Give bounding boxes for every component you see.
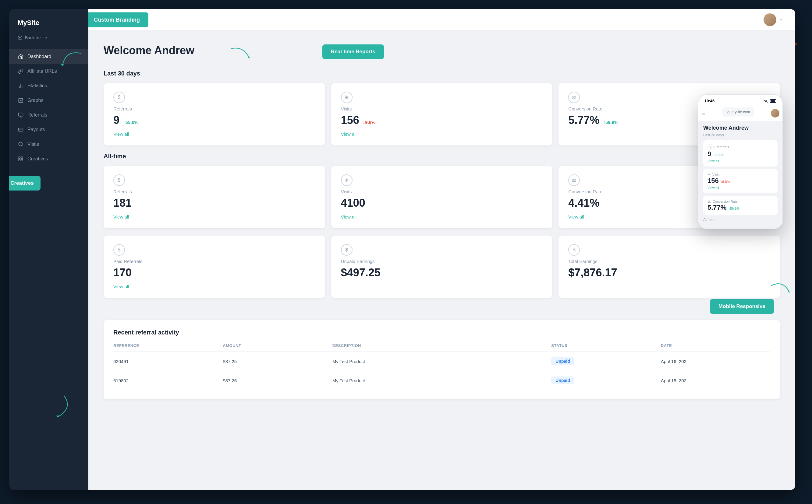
sidebar-item-label: Referrals — [27, 112, 47, 118]
creatives-icon — [18, 156, 24, 162]
view-all-link[interactable]: View all — [113, 131, 129, 137]
mobile-conversion-value: 5.77% — [708, 204, 726, 212]
dashboard-body: Welcome Andrew Real-time Reports Last 30… — [88, 30, 795, 411]
mobile-visits-change: ↓9.8% — [721, 180, 730, 184]
view-all-link[interactable]: View all — [113, 214, 129, 219]
stat-value: 9 — [113, 114, 119, 127]
status-badge: Unpaid — [551, 376, 574, 384]
wifi-icon — [764, 99, 768, 103]
view-all-link[interactable]: View all — [341, 214, 357, 219]
unpaid-earnings-icon: $ — [341, 244, 353, 256]
sidebar-item-statistics[interactable]: Statistics — [9, 79, 88, 93]
sidebar-item-referrals[interactable]: Referrals — [9, 108, 88, 122]
back-label: Back to site — [25, 35, 47, 40]
sidebar-item-dashboard[interactable]: Dashboard — [9, 49, 88, 64]
conversion-stat-icon: ⚖ — [568, 92, 580, 103]
stat-label: Visits — [341, 106, 543, 111]
referrals-icon — [18, 112, 24, 118]
stat-label: Paid Referrals — [113, 259, 315, 264]
recent-activity-title: Recent referral activity — [113, 329, 770, 336]
stat-label: Visits — [341, 189, 543, 194]
view-all-link[interactable]: View all — [568, 214, 584, 219]
home-icon — [18, 54, 24, 60]
stat-value: 170 — [113, 266, 132, 279]
cell-status: Unpaid — [551, 357, 661, 365]
sidebar-item-label: Visits — [27, 142, 39, 147]
svg-rect-15 — [21, 159, 23, 161]
col-description: DESCRIPTION — [332, 343, 551, 348]
cell-reference: 620491 — [113, 359, 223, 364]
mobile-referrals-icon: $ — [708, 144, 714, 150]
back-to-site[interactable]: Back to site — [9, 33, 88, 46]
sidebar-item-visits[interactable]: Visits — [9, 137, 88, 152]
stat-card-unpaid-earnings: $ Unpaid Earnings $497.25 — [331, 236, 553, 298]
realtime-reports-button[interactable]: Real-time Reports — [322, 44, 384, 59]
sidebar-nav: Dashboard Affiliate URLs — [9, 46, 88, 490]
mobile-avatar — [771, 109, 779, 117]
topbar: Custom Branding — [88, 9, 795, 30]
mobile-last30-label: Last 30 days — [703, 133, 778, 137]
svg-rect-14 — [21, 157, 23, 158]
stat-change: ↑59.9% — [603, 120, 618, 125]
sidebar: MySite Back to site Dashboard — [9, 9, 88, 490]
svg-line-12 — [22, 145, 23, 146]
custom-branding-button[interactable]: Custom Branding — [88, 12, 148, 27]
cell-date: April 15, 202 — [661, 378, 770, 383]
sidebar-item-label: Statistics — [27, 83, 47, 89]
mobile-referrals-card: $ Referrals 9 ↑55.6% View all — [703, 140, 778, 166]
sidebar-item-affiliate-urls[interactable]: Affiliate URLs — [9, 64, 88, 79]
cell-status: Unpaid — [551, 376, 661, 384]
graph-icon — [18, 97, 24, 103]
stat-card-last30-visits: ✳ Visits 156 ↓9.8% View all — [331, 83, 553, 145]
stat-card-last30-referrals: $ Referrals 9 ↑55.6% View all — [104, 83, 325, 145]
view-all-link[interactable]: View all — [113, 284, 129, 289]
stat-change: ↑55.6% — [123, 120, 138, 125]
cell-amount: $37.25 — [223, 378, 332, 383]
sidebar-item-creatives[interactable]: Creatives Unlimited Creatives — [9, 152, 88, 166]
stat-label: Referrals — [113, 106, 315, 111]
stat-card-alltime-visits: ✳ Visits 4100 View all — [331, 166, 553, 228]
stat-label: Referrals — [113, 189, 315, 194]
alltime-stats-grid: $ Referrals 181 View all ✳ Visits 4100 V… — [104, 166, 780, 228]
sidebar-item-graphs[interactable]: Graphs — [9, 93, 88, 108]
sidebar-item-label: Affiliate URLs — [27, 68, 57, 74]
mobile-content: Welcome Andrew Last 30 days $ Referrals … — [698, 121, 782, 229]
mobile-welcome-title: Welcome Andrew — [703, 125, 778, 131]
stat-value: $497.25 — [341, 266, 381, 279]
svg-rect-13 — [19, 157, 20, 158]
sidebar-item-payouts[interactable]: Payouts — [9, 122, 88, 137]
stat-value: 4.41% — [568, 197, 599, 209]
mobile-conversion-label: Conversion Rate — [713, 200, 738, 203]
mobile-visits-label: Visits — [712, 173, 720, 177]
welcome-row: Welcome Andrew Real-time Reports — [104, 43, 780, 61]
svg-rect-16 — [19, 159, 20, 161]
last30-stats-grid: $ Referrals 9 ↑55.6% View all ✳ Visits 1… — [104, 83, 780, 145]
mobile-alltime-label: All-time — [703, 218, 778, 222]
stat-value: 181 — [113, 197, 132, 209]
table-row: 620491 $37.25 My Test Product Unpaid Apr… — [113, 352, 770, 371]
mobile-referrals-value: 9 — [708, 150, 711, 158]
svg-rect-9 — [19, 128, 23, 131]
main-content: Custom Branding Welcome Andrew Real-time… — [88, 9, 795, 490]
cell-amount: $37.25 — [223, 359, 332, 364]
mobile-referrals-view-all[interactable]: View all — [708, 159, 773, 163]
mobile-visits-view-all[interactable]: View all — [708, 186, 773, 190]
svg-rect-6 — [19, 113, 23, 116]
mobile-time: 10:46 — [705, 99, 715, 103]
total-earnings-icon: $ — [568, 244, 580, 256]
alltime-section-title: All-time — [104, 153, 780, 160]
stat-value: 4100 — [341, 197, 365, 209]
view-all-link[interactable]: View all — [341, 131, 357, 137]
user-avatar[interactable] — [764, 13, 776, 26]
earnings-stats-grid: $ Paid Referrals 170 View all $ Unpaid E… — [104, 236, 780, 298]
sidebar-item-label: Graphs — [27, 98, 43, 103]
mobile-address-bar: mysite.com — [722, 107, 754, 117]
battery-icon — [770, 99, 776, 103]
cell-description: My Test Product — [332, 378, 551, 383]
mobile-conversion-change: ↑59.9% — [728, 207, 740, 210]
stat-value: $7,876.17 — [568, 266, 617, 279]
referrals-stat-icon: $ — [113, 92, 125, 103]
mobile-responsive-button[interactable]: Mobile Responsive — [710, 299, 774, 314]
menu-icon — [701, 111, 706, 115]
stat-card-total-earnings: $ Total Earnings $7,876.17 — [558, 236, 780, 298]
